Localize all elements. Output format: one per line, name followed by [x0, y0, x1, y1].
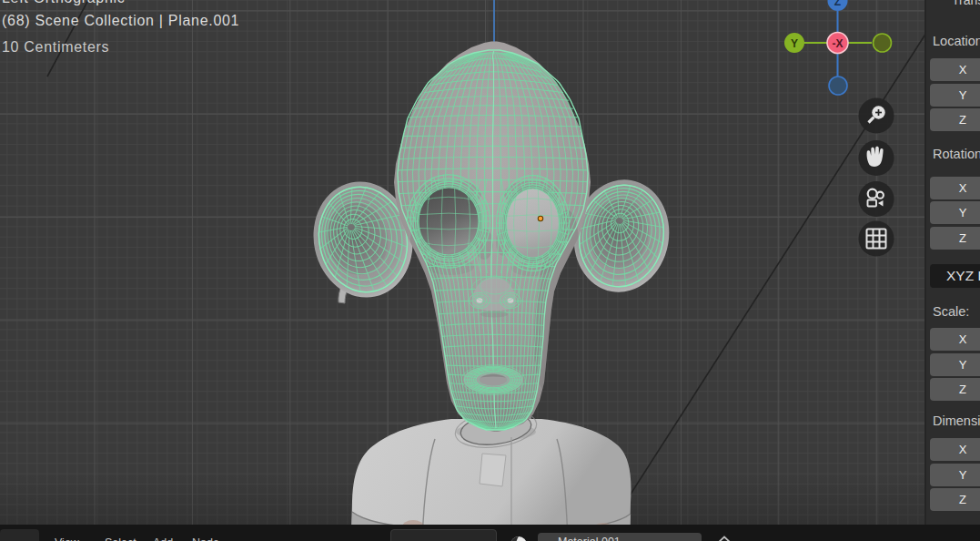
- svg-text:-X: -X: [833, 37, 844, 50]
- svg-text:Y: Y: [791, 37, 798, 50]
- svg-text:Z: Z: [834, 0, 841, 8]
